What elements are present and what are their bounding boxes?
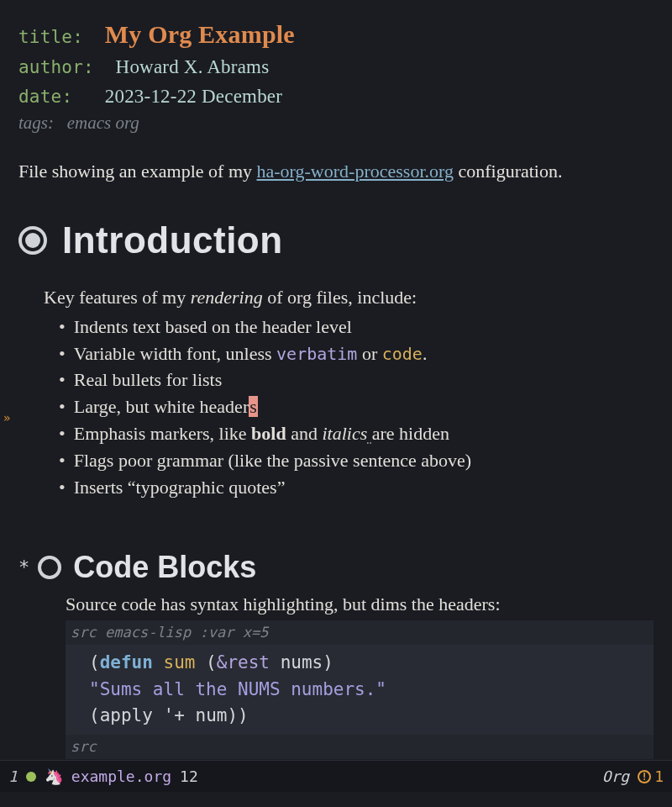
meta-title-line: title: My Org Example (18, 15, 654, 53)
features-lead: Key features of my rendering of org file… (44, 287, 654, 309)
modeline-major-mode[interactable]: Org (602, 767, 630, 785)
verbatim-text: verbatim (276, 344, 357, 364)
unicorn-icon: 🦄 (45, 767, 63, 785)
modeline-warning-count: 1 (654, 767, 664, 785)
modeline-line-number: 12 (180, 767, 198, 785)
src-block[interactable]: src emacs-lisp :var x=5 (defun sum (&res… (66, 620, 654, 760)
features-section: Key features of my rendering of org file… (44, 287, 654, 501)
heading-introduction-text: Introduction (62, 219, 283, 261)
heading-bullet-icon (18, 226, 47, 255)
doc-title: My Org Example (105, 20, 295, 48)
meta-title-key: title (18, 27, 72, 47)
code-text: code (382, 344, 423, 364)
heading-code-blocks[interactable]: * Code Blocks (18, 550, 654, 585)
heading-star-prefix: * (18, 556, 29, 578)
list-item: • Variable width font, unless verbatim o… (59, 340, 654, 367)
list-item: •Indents text based on the header level (59, 314, 654, 340)
modeline-window-number: 1 (8, 767, 18, 785)
doc-date: 2023-12-22 December (105, 86, 282, 107)
meta-author-key: author (18, 57, 83, 77)
heading-bullet-ring-icon (38, 556, 61, 579)
minibuffer[interactable] (0, 792, 672, 807)
modeline-flycheck[interactable]: ! 1 (638, 767, 664, 785)
meta-tags-key: tags: (18, 113, 54, 133)
heading-introduction[interactable]: Introduction (18, 219, 654, 261)
list-item: • Emphasis markers, like bold and italic… (59, 420, 654, 447)
src-block-header: src emacs-lisp :var x=5 (66, 620, 654, 646)
heading-code-blocks-text: Code Blocks (73, 550, 256, 585)
editor-buffer[interactable]: » title: My Org Example author: Howard X… (0, 0, 672, 760)
code-section: Source code has syntax highlighting, but… (66, 593, 654, 760)
meta-date-line: date: 2023-12-22 December (18, 82, 654, 112)
modeline-modified-icon (26, 772, 36, 782)
code-lead: Source code has syntax highlighting, but… (66, 593, 654, 615)
src-block-code: (defun sum (&rest nums) "Sums all the NU… (66, 645, 654, 735)
config-link[interactable]: ha-org-word-processor.org (257, 161, 454, 182)
doc-tags: emacs org (67, 113, 139, 133)
modeline[interactable]: 1 🦄 example.org 12 Org ! 1 (0, 760, 672, 792)
list-item: • Large, but white headers (59, 393, 654, 420)
highlighted-error: s (249, 396, 258, 417)
warning-icon: ! (638, 770, 651, 783)
intro-paragraph: File showing an example of my ha-org-wor… (18, 159, 654, 184)
list-item: •Real bullets for lists (59, 367, 654, 393)
list-item: •Inserts “typographic quotes” (59, 474, 654, 501)
meta-date-key: date (18, 87, 61, 107)
doc-author: Howard X. Abrams (116, 56, 270, 77)
list-item: •Flags poor grammar (like the passive se… (59, 447, 654, 474)
src-block-footer: src (66, 735, 654, 760)
meta-author-line: author: Howard X. Abrams (18, 53, 654, 82)
meta-tags-line: tags: emacs org (18, 113, 654, 134)
modeline-filename[interactable]: example.org (71, 767, 171, 785)
features-list: •Indents text based on the header level … (59, 314, 654, 501)
fringe-indicator: » (3, 411, 10, 425)
